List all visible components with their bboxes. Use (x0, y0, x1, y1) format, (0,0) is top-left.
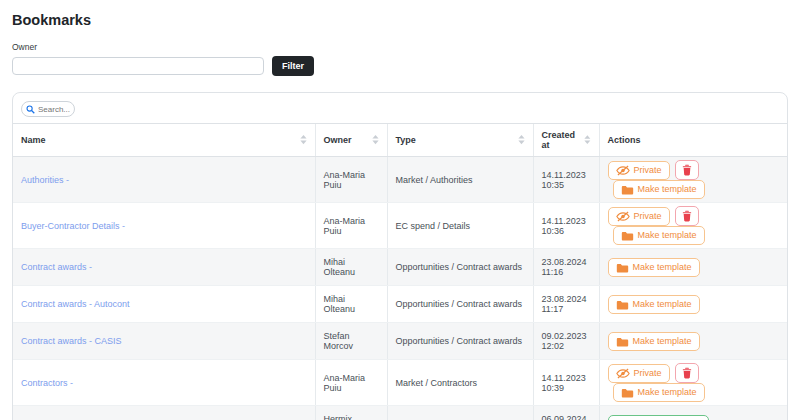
owner-cell: Ana-Maria Puiu (315, 360, 387, 406)
actions-cell: PrivateMake template (599, 360, 787, 406)
table-header-row: Name Owner Type Created at Actions (13, 124, 787, 157)
bookmarks-table: Name Owner Type Created at Actions Autho… (13, 123, 787, 420)
private-button[interactable]: Private (608, 364, 670, 383)
make-template-button[interactable]: Make template (608, 258, 700, 277)
column-header-actions: Actions (599, 124, 787, 157)
sort-icon (372, 135, 379, 145)
owner-cell: Ana-Maria Puiu (315, 157, 387, 203)
owner-cell: Mihai Olteanu (315, 249, 387, 286)
eye-slash-icon (616, 211, 630, 222)
actions-cell: PrivateMake template (599, 157, 787, 203)
column-header-name[interactable]: Name (13, 124, 315, 157)
folder-icon (616, 336, 629, 347)
private-button[interactable]: Private (608, 207, 670, 226)
type-cell: Opportunities / Contract awards (387, 249, 533, 286)
bookmark-link[interactable]: Buyer-Contractor Details - (21, 221, 125, 231)
created-at-cell: 14.11.2023 10:36 (533, 203, 599, 249)
created-at-cell: 14.11.2023 10:39 (533, 360, 599, 406)
table-row: Contract awards - CASISStefan MorcovOppo… (13, 323, 787, 360)
bookmark-link[interactable]: Contract awards - (21, 262, 92, 272)
make-template-button[interactable]: Make template (613, 180, 705, 199)
table-row: Contract awards -Mihai OlteanuOpportunit… (13, 249, 787, 286)
private-button[interactable]: Private (608, 161, 670, 180)
make-template-button[interactable]: Make template (613, 226, 705, 245)
type-cell: Opportunities / Contract awards (387, 323, 533, 360)
eye-slash-icon (616, 165, 630, 176)
disable-template-button[interactable]: Disable template (608, 415, 709, 420)
type-cell: EC spend / Details (387, 203, 533, 249)
filter-button[interactable]: Filter (272, 56, 314, 76)
created-at-cell: 06.09.2024 12:05 (533, 406, 599, 420)
column-header-type[interactable]: Type (387, 124, 533, 157)
bookmark-link[interactable]: Authorities - (21, 175, 69, 185)
type-cell: Market / Authorities (387, 157, 533, 203)
created-at-cell: 23.08.2024 11:16 (533, 249, 599, 286)
created-at-cell: 09.02.2023 12:02 (533, 323, 599, 360)
table-row: Buyer-Contractor Details -Ana-Maria Puiu… (13, 203, 787, 249)
owner-cell: Stefan Morcov (315, 323, 387, 360)
created-at-cell: 23.08.2024 11:17 (533, 286, 599, 323)
delete-button[interactable] (675, 160, 699, 180)
owner-filter-input[interactable] (12, 57, 264, 75)
folder-icon (616, 299, 629, 310)
sort-icon (300, 135, 307, 145)
table-row: Authorities -Ana-Maria PuiuMarket / Auth… (13, 157, 787, 203)
page-title: Bookmarks (12, 12, 788, 28)
bookmark-link[interactable]: Contract awards - Autocont (21, 299, 130, 309)
folder-icon (616, 262, 629, 273)
bookmark-link[interactable]: Contract awards - CASIS (21, 336, 122, 346)
owner-cell: Mihai Olteanu (315, 286, 387, 323)
sort-icon (518, 135, 525, 145)
actions-cell: Disable template (599, 406, 787, 420)
type-cell: Opportunities / Contract awards (387, 286, 533, 323)
table-row: Contractors -Ana-Maria PuiuMarket / Cont… (13, 360, 787, 406)
column-header-owner[interactable]: Owner (315, 124, 387, 157)
bookmark-link[interactable]: Contractors - (21, 378, 73, 388)
search-box (21, 101, 75, 117)
search-icon (26, 105, 35, 114)
folder-icon (621, 387, 634, 398)
sort-icon (584, 135, 591, 145)
owner-filter-row: Filter (12, 56, 788, 76)
created-at-cell: 14.11.2023 10:35 (533, 157, 599, 203)
column-header-created-at[interactable]: Created at (533, 124, 599, 157)
folder-icon (621, 184, 634, 195)
trash-icon (682, 164, 692, 176)
delete-button[interactable] (675, 363, 699, 383)
make-template-button[interactable]: Make template (608, 295, 700, 314)
actions-cell: PrivateMake template (599, 203, 787, 249)
type-cell: Market / Contractors (387, 360, 533, 406)
type-cell: Market / Market overview (387, 406, 533, 420)
owner-cell: Ana-Maria Puiu (315, 203, 387, 249)
bookmarks-card: Name Owner Type Created at Actions Autho… (12, 92, 788, 420)
actions-cell: Make template (599, 249, 787, 286)
delete-button[interactable] (675, 206, 699, 226)
actions-cell: Make template (599, 286, 787, 323)
make-template-button[interactable]: Make template (613, 383, 705, 402)
folder-icon (621, 230, 634, 241)
trash-icon (682, 210, 692, 222)
eye-slash-icon (616, 368, 630, 379)
owner-filter-label: Owner (12, 42, 788, 52)
table-row: Market overview: computers and phones in… (13, 406, 787, 420)
owner-cell: Hermix template (315, 406, 387, 420)
make-template-button[interactable]: Make template (608, 332, 700, 351)
trash-icon (682, 367, 692, 379)
actions-cell: Make template (599, 323, 787, 360)
table-row: Contract awards - AutocontMihai OlteanuO… (13, 286, 787, 323)
